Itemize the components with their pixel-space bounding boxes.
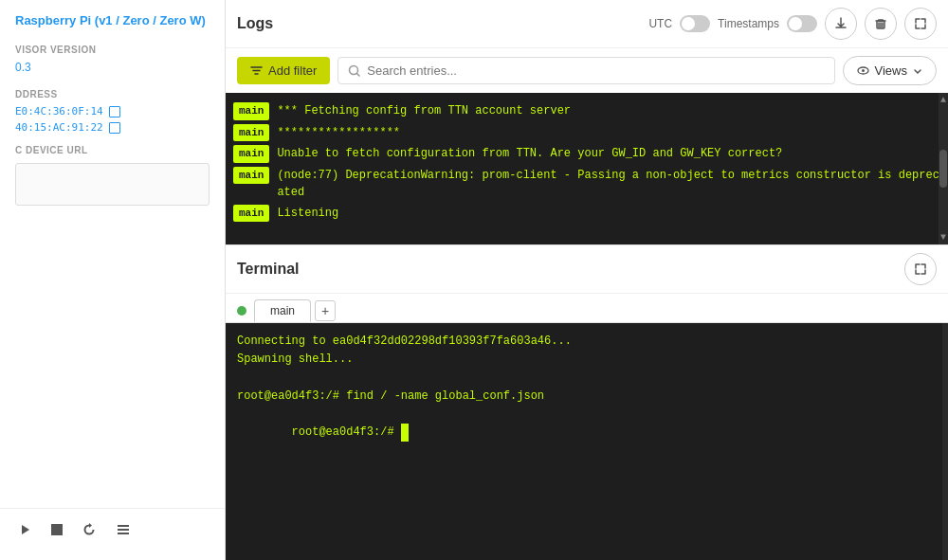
logs-toolbar: Add filter Views <box>226 48 948 93</box>
log-line-4: main Listening <box>226 203 948 225</box>
list-button[interactable] <box>112 518 135 541</box>
search-wrapper <box>337 57 834 84</box>
eye-icon <box>857 64 869 77</box>
terminal-line-3: root@ea0d4f3:/# find / -name global_conf… <box>237 388 937 406</box>
terminal-expand-button[interactable] <box>904 253 937 285</box>
terminal-scrollbar[interactable] <box>942 323 948 560</box>
sidebar: Raspberry Pi (v1 / Zero / Zero W) VISOR … <box>0 0 226 560</box>
terminal-title: Terminal <box>237 261 904 278</box>
log-tag-2: main <box>233 145 269 163</box>
views-label: Views <box>875 63 907 78</box>
address-label: DDRESS <box>0 81 225 103</box>
utc-label: UTC <box>648 17 672 30</box>
timestamps-label: Timestamps <box>718 17 779 30</box>
supervisor-version-value: 0.3 <box>0 59 225 81</box>
search-icon <box>348 64 361 78</box>
terminal-line-4: root@ea0d4f3:/# <box>237 406 937 461</box>
refresh-button[interactable] <box>78 518 100 541</box>
terminal-tab-main[interactable]: main <box>254 299 311 322</box>
log-line-3: main (node:77) DeprecationWarning: prom-… <box>226 165 948 203</box>
terminal-line-0: Connecting to ea0d4f32dd02298df10393f7fa… <box>237 333 937 351</box>
logs-header: Logs UTC Timestamps <box>226 0 948 48</box>
terminal-tab-label: main <box>270 304 295 317</box>
log-text-1: ****************** <box>277 124 400 141</box>
svg-point-8 <box>862 69 865 72</box>
play-button[interactable] <box>15 519 36 540</box>
sidebar-title: Raspberry Pi (v1 / Zero / Zero W) <box>0 9 225 37</box>
log-text-3: (node:77) DeprecationWarning: prom-clien… <box>277 167 940 201</box>
views-button[interactable]: Views <box>843 56 937 85</box>
svg-rect-2 <box>118 525 129 527</box>
expand-button[interactable] <box>904 8 937 40</box>
log-line-2: main Unable to fetch configuration from … <box>226 143 948 165</box>
log-text-0: *** Fetching config from TTN account ser… <box>277 102 571 119</box>
device-url-input[interactable] <box>15 163 210 206</box>
terminal-header: Terminal <box>226 245 948 294</box>
log-text-4: Listening <box>277 205 338 222</box>
terminal-panel: Terminal main + Connecting to ea0d4f32dd… <box>226 245 948 560</box>
terminal-add-tab-label: + <box>321 303 329 318</box>
svg-rect-3 <box>118 529 129 531</box>
trash-button[interactable] <box>865 8 897 40</box>
log-tag-3: main <box>233 167 269 185</box>
logs-body: main *** Fetching config from TTN accoun… <box>226 93 948 244</box>
terminal-line-1: Spawning shell... <box>237 351 937 369</box>
stop-button[interactable] <box>47 520 66 539</box>
svg-rect-4 <box>118 533 129 534</box>
device-url-wrapper <box>0 159 225 213</box>
address-row-1: E0:4C:36:0F:14 <box>0 103 225 119</box>
log-tag-0: main <box>233 102 269 120</box>
logs-title: Logs <box>237 15 273 32</box>
terminal-line-2 <box>237 369 937 387</box>
chevron-down-icon <box>913 66 922 76</box>
supervisor-version-label: VISOR VERSION <box>0 37 225 59</box>
svg-marker-0 <box>22 525 29 534</box>
terminal-status-dot <box>237 306 246 316</box>
log-line-0: main *** Fetching config from TTN accoun… <box>226 100 948 122</box>
svg-rect-1 <box>51 524 63 535</box>
address-value-1: E0:4C:36:0F:14 <box>15 105 103 117</box>
main-content: Logs UTC Timestamps Add filter <box>226 0 948 560</box>
terminal-body: Connecting to ea0d4f32dd02298df10393f7fa… <box>226 323 948 560</box>
add-filter-button[interactable]: Add filter <box>237 57 330 84</box>
terminal-add-tab-button[interactable]: + <box>315 300 336 321</box>
terminal-tabs-bar: main + <box>226 294 948 323</box>
sidebar-controls <box>0 508 225 551</box>
log-text-2: Unable to fetch configuration from TTN. … <box>277 145 782 162</box>
address-value-2: 40:15:AC:91:22 <box>15 121 103 134</box>
download-button[interactable] <box>825 8 857 40</box>
log-tag-1: main <box>233 124 269 142</box>
add-filter-label: Add filter <box>268 63 317 78</box>
log-tag-4: main <box>233 205 269 223</box>
search-input[interactable] <box>367 63 824 78</box>
logs-scrollbar[interactable]: ▲ ▼ <box>939 93 948 244</box>
address-row-2: 40:15:AC:91:22 <box>0 119 225 135</box>
log-line-1: main ****************** <box>226 122 948 144</box>
device-url-label: C DEVICE URL <box>0 135 225 159</box>
copy-icon-2[interactable] <box>109 122 120 134</box>
timestamps-toggle[interactable] <box>787 15 817 32</box>
copy-icon-1[interactable] <box>109 106 120 117</box>
logs-panel: Logs UTC Timestamps Add filter <box>226 0 948 245</box>
utc-toggle[interactable] <box>680 15 710 32</box>
